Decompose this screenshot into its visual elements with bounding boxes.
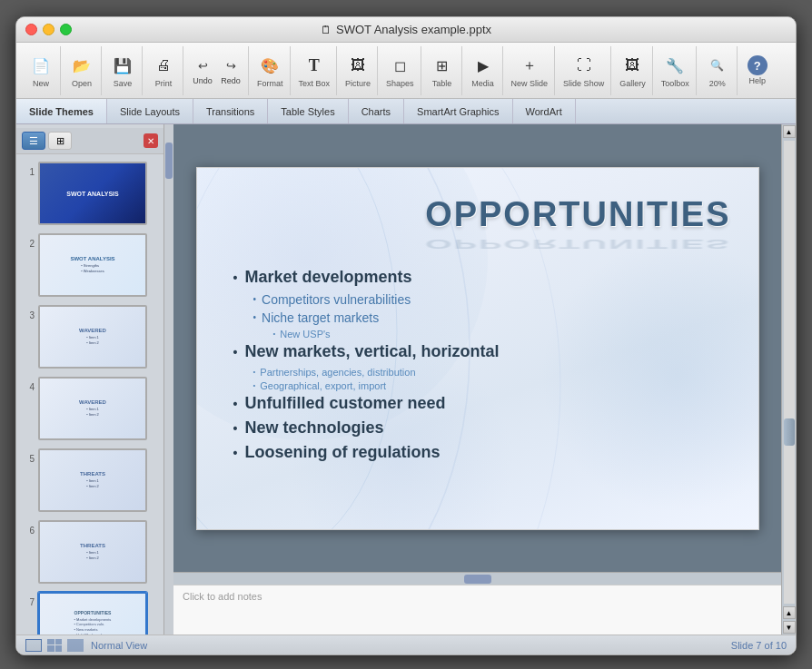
list-item[interactable]: 5 THREATS • Item 1• Item 2 [20,447,160,514]
status-bar: Normal View Slide 7 of 10 [16,635,796,654]
vertical-scrollbar[interactable]: ▲ ▲ ▼ [781,124,796,635]
tb-group-undoredo: ↩ Undo ↪ Redo [185,46,249,95]
toolbar: 📄 New 📂 Open 💾 Save 🖨 Print [16,43,796,99]
maximize-button[interactable] [60,24,72,35]
slide-canvas-wrap: OPPORTUNITIES OPPORTUNITIES • Market dev… [173,124,781,572]
tab-charts[interactable]: Charts [349,99,404,123]
media-button[interactable]: ▶ Media [468,51,499,90]
list-item[interactable]: 7 OPPORTUNITIES • Market developments• C… [20,590,160,635]
newslide-icon: ＋ [517,53,542,78]
new-button[interactable]: 📄 New [25,51,56,90]
format-button[interactable]: 🎨 Format [254,51,286,90]
slide-thumbnail-7[interactable]: OPPORTUNITIES • Market developments• Com… [38,592,147,635]
table-button[interactable]: ⊞ Table [427,51,458,90]
scroll-track[interactable] [784,141,795,604]
shapes-icon: ◻ [387,53,412,78]
zoom-icon: 🔍 [705,53,730,78]
list-item[interactable]: 2 SWOT ANALYSIS • Strengths• Weaknesses [20,231,160,299]
tb-group-newslide: ＋ New Slide [505,46,556,95]
scroll-up-button[interactable]: ▲ [783,125,796,138]
redo-button[interactable]: ↪ Redo [217,55,244,86]
traffic-lights [25,24,72,35]
tb-group-zoom: 🔍 20% [698,46,738,95]
slide-thumbnail-5[interactable]: THREATS • Item 1• Item 2 [38,448,147,512]
undo-redo-row: ↩ Undo ↪ Redo [189,55,244,86]
panel-close-button[interactable]: ✕ [144,133,158,148]
textbox-button[interactable]: T Text Box [296,51,333,90]
tb-group-textbox: T Text Box [292,46,338,95]
slide-title: OPPORTUNITIES [425,195,730,234]
open-button[interactable]: 📂 Open [66,51,97,90]
slide-canvas[interactable]: OPPORTUNITIES OPPORTUNITIES • Market dev… [196,167,759,530]
tb-group-shapes: ◻ Shapes [380,46,421,95]
zoom-button[interactable]: 🔍 20% [702,51,733,90]
canvas-area: OPPORTUNITIES OPPORTUNITIES • Market dev… [173,124,781,635]
slide-thumbnail-1[interactable]: SWOT ANALYSIS [38,162,147,225]
slide-content[interactable]: • Market developments • Competitors vuln… [233,268,742,467]
scroll-down-button-2[interactable]: ▼ [783,621,796,634]
tb-group-format: 🎨 Format [251,46,291,95]
new-icon: 📄 [28,53,54,78]
slide-thumbnail-2[interactable]: SWOT ANALYSIS • Strengths• Weaknesses [38,233,147,297]
slide-scroll-thumb[interactable] [165,143,173,179]
tb-group-print: 🖨 Print [144,46,183,95]
help-button[interactable]: ? Help [743,54,772,87]
tab-slide-themes[interactable]: Slide Themes [16,99,107,123]
horizontal-scrollbar[interactable] [173,572,781,585]
horizontal-scroll-thumb[interactable] [464,575,491,584]
picture-icon: 🖼 [345,53,371,78]
slide-thumbnail-3[interactable]: WAVERED • Item 1• Item 2 [38,305,147,369]
undo-button[interactable]: ↩ Undo [189,55,216,86]
tb-group-slideshow: ⛶ Slide Show [557,46,611,95]
view-label: Normal View [91,640,147,651]
tab-transitions[interactable]: Transitions [193,99,268,123]
gallery-button[interactable]: 🖼 Gallery [617,51,649,90]
panel-view-normal[interactable]: ☰ [22,132,45,150]
save-button[interactable]: 💾 Save [107,51,138,90]
tab-table-styles[interactable]: Table Styles [268,99,348,123]
tb-group-open: 📂 Open [63,46,102,95]
slideshow-button[interactable]: ⛶ Slide Show [560,51,607,90]
shapes-button[interactable]: ◻ Shapes [383,51,417,90]
close-button[interactable] [25,24,37,35]
help-icon: ? [748,55,767,75]
redo-icon: ↪ [221,56,241,76]
tb-group-gallery: 🖼 Gallery [613,46,653,95]
grid-view-button[interactable] [47,639,62,652]
scroll-down-button-1[interactable]: ▲ [783,606,796,619]
tb-group-table: ⊞ Table [423,46,462,95]
bullet-item: • Unfulfilled customer need [233,394,742,413]
panel-view-grid[interactable]: ⊞ [48,132,72,150]
newslide-button[interactable]: ＋ New Slide [509,51,551,90]
bullet-item: • Partnerships, agencies, distribution [253,367,742,378]
tab-slide-layouts[interactable]: Slide Layouts [107,99,193,123]
notes-area[interactable]: Click to add notes [173,585,781,635]
panel-toolbar: ☰ ⊞ ✕ [16,128,163,154]
minimize-button[interactable] [43,24,54,35]
picture-button[interactable]: 🖼 Picture [342,51,373,90]
slideshow-icon: ⛶ [571,53,597,78]
window-title: 🗒 SWOT Analysis example.pptx [321,23,491,36]
gallery-icon: 🖼 [619,53,645,78]
bullet-item: • Loosening of regulations [233,443,742,462]
view-buttons [25,639,84,652]
scroll-thumb[interactable] [784,418,795,446]
print-icon: 🖨 [151,53,176,78]
slide-panel-scrollbar[interactable] [164,124,173,635]
tab-smartart[interactable]: SmartArt Graphics [404,99,512,123]
slide-title-reflection: OPPORTUNITIES [425,241,730,248]
presenter-view-button[interactable] [67,639,84,652]
list-item[interactable]: 4 WAVERED • Item 1• Item 2 [20,375,160,442]
tb-group-save: 💾 Save [104,46,143,95]
save-icon: 💾 [110,53,135,78]
list-item[interactable]: 6 THREATS • Item 1• Item 2 [20,518,160,585]
toolbox-button[interactable]: 🔧 Toolbox [659,51,692,90]
bullet-item: • New technologies [233,418,742,438]
tab-wordart[interactable]: WordArt [513,99,576,123]
print-button[interactable]: 🖨 Print [148,51,179,90]
normal-view-button[interactable] [25,639,42,652]
list-item[interactable]: 3 WAVERED • Item 1• Item 2 [20,303,160,370]
list-item[interactable]: 1 SWOT ANALYSIS [20,160,160,227]
slide-thumbnail-6[interactable]: THREATS • Item 1• Item 2 [38,520,147,584]
slide-thumbnail-4[interactable]: WAVERED • Item 1• Item 2 [38,377,147,440]
